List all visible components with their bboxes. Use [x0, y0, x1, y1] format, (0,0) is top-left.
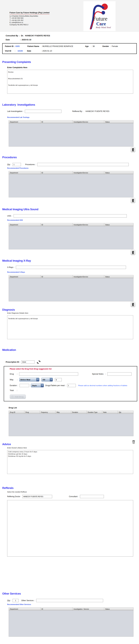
date-label: Date — [6, 39, 20, 42]
lab-investigation-input[interactable] — [25, 110, 62, 113]
delete-uss-button[interactable] — [131, 250, 135, 255]
refresh-icon — [36, 360, 41, 364]
frequency-select[interactable]: OD ▼ — [42, 378, 53, 382]
way-select[interactable]: Before Meal ▼ — [19, 378, 39, 382]
uss-trash-row — [0, 250, 135, 255]
diagnosis-textarea[interactable]: Tendinitis del supraespinoso y del bicep… — [7, 315, 133, 339]
column-header-status: Status — [104, 120, 133, 123]
other-services-label: Other Services : — [21, 600, 35, 602]
duration-row: Duration : Day/s ▼ Drugs/Tablets per mea… — [10, 384, 137, 387]
recommended-other-services-link[interactable]: Recommended Other Services — [7, 604, 31, 606]
trash-outline-icon — [132, 440, 135, 444]
xray-input[interactable] — [16, 266, 126, 269]
company-phone-1: T: +24 82 593 593 — [10, 17, 50, 19]
procedures-qty-input[interactable] — [12, 163, 21, 166]
other-qty-input[interactable] — [12, 599, 18, 602]
gender-value: : Female — [110, 45, 118, 47]
add-drug-label: Add Drug — [15, 396, 24, 398]
section-title-procedures: Procedures — [2, 156, 139, 159]
recommended-uss-link[interactable]: Recommended USS — [7, 219, 23, 221]
way-select-value: Before Meal — [20, 379, 36, 380]
trash-icon — [132, 251, 134, 254]
patient-row-2: Visit ID : 18108 Date : 2025-01-10 — [5, 50, 136, 52]
decimal-helper-text: Please add as decimal numbers when addin… — [78, 384, 128, 386]
section-title-xray: Medical Imaging X-Ray — [2, 259, 139, 262]
age-value: : 38 — [91, 45, 102, 47]
company-phone-2: T: +24 84 225 252 — [10, 19, 50, 22]
refresh-prescription-button[interactable] — [36, 360, 41, 364]
other-qty-label: Qty : — [7, 600, 11, 602]
age-label: Age — [85, 45, 91, 47]
column-header-id: ID — [40, 608, 73, 610]
drug-list-header: Drug ID Drug Fequency Way Duration Durat… — [9, 410, 134, 414]
referral-list[interactable] — [7, 500, 133, 556]
delete-lab-button[interactable] — [131, 147, 135, 152]
duration-input[interactable] — [20, 384, 29, 387]
column-header-drug: Drug — [24, 411, 40, 414]
per-meal-input[interactable] — [67, 384, 76, 387]
column-header-id: ID — [40, 171, 73, 174]
delete-procedures-button[interactable] — [131, 198, 135, 203]
section-title-presenting-complaints: Presenting Complaints — [2, 60, 139, 64]
visit-date-value: : 2025-01-10 — [42, 50, 52, 52]
drug-input[interactable] — [19, 372, 78, 376]
complaints-textarea[interactable]: Review Musculeskeletal US- Tendinitis de… — [7, 70, 133, 94]
consulted-by-row: Consulted By : Dr. HANECKY FUENTE REYES — [6, 34, 139, 37]
delete-advice-button[interactable] — [132, 440, 135, 444]
lab-table: Department ID Investigation/Service Stat… — [9, 120, 134, 146]
advice-textarea[interactable]: Cold compress every 2 hours for 5 days D… — [7, 450, 133, 474]
consult-date-row: Date : 2025-01-10 — [6, 39, 139, 42]
referrals-field-row: Reffering Doctor Consultant — [7, 495, 139, 498]
other-services-input[interactable] — [36, 599, 103, 602]
trash-icon — [132, 199, 134, 202]
recommended-xray-link[interactable]: Recommended X-Rays — [7, 271, 25, 273]
lab-field-row: Lab Investingation : Reffered By : HANEC… — [7, 110, 139, 113]
column-header-status: Status — [104, 275, 133, 278]
xray-table-header: Department ID Investigation/Service Stat… — [9, 275, 134, 278]
complaints-label: Enter Complaints Here — [7, 66, 139, 69]
delete-xray-button[interactable] — [131, 302, 135, 307]
duration-unit-select[interactable]: Day/s ▼ — [31, 384, 44, 387]
patient-name-value: : MURIELLE FRANCOISE BONIFACE — [42, 45, 85, 47]
recommended-procedures-link[interactable]: Recommended Procedures — [7, 167, 28, 169]
consultant-input[interactable] — [80, 495, 104, 498]
consultation-page: Future Care by Future Holdings (Pty) Lim… — [0, 0, 139, 644]
column-header-duration-type: Duration Type — [87, 411, 102, 414]
special-notes-input[interactable] — [107, 372, 132, 376]
other-services-table-body — [9, 610, 134, 637]
column-header-duration: Duration — [71, 411, 87, 414]
xray-trash-row — [0, 302, 135, 307]
lab-trash-row — [0, 147, 135, 152]
chevron-down-icon: ▼ — [36, 378, 39, 381]
uss-input[interactable] — [14, 214, 127, 218]
logo-word-future: Future — [93, 16, 108, 22]
way-label: Way : — [10, 379, 18, 381]
lab-table-body — [9, 124, 134, 146]
prescription-id-input[interactable] — [21, 360, 34, 364]
drug-warning-text: Please select the Drug from Drug suggess… — [10, 368, 137, 370]
way-qty-input[interactable] — [55, 378, 62, 381]
section-title-ultrasound: Medical Imaging Ultra Sound — [2, 208, 139, 211]
patient-row-1: Patient ID : 8305 Patient Name : MURIELL… — [5, 45, 136, 48]
duration-label: Duration : — [10, 384, 18, 386]
date-value: : 2025-01-10 — [20, 39, 31, 42]
logo-heart-icon: ♥ — [100, 22, 101, 25]
logo-tagline: Body Mind Soul — [96, 26, 111, 28]
column-header-id: ID — [40, 120, 73, 123]
add-drug-button[interactable]: + Add Drug — [10, 394, 26, 399]
uss-field-row: USS : — [7, 214, 139, 218]
referring-doctor-input[interactable] — [22, 495, 52, 498]
drug-list-table: Drug ID Drug Fequency Way Duration Durat… — [9, 410, 134, 436]
recommended-lab-testings-link[interactable]: Recommended Lab Testings — [7, 116, 30, 118]
drug-label: Drug : — [10, 373, 17, 375]
trash-icon — [132, 148, 134, 152]
section-title-diagnosis: Diagnosis — [2, 308, 139, 312]
chevron-down-icon: ▼ — [50, 378, 52, 381]
advice-label: Enter Doctor's Advice Here — [7, 447, 139, 449]
column-header-status: Status — [104, 608, 133, 610]
patient-id-value: 8305 — [16, 45, 20, 47]
column-header-id: ID — [40, 275, 73, 278]
procedures-input[interactable] — [37, 163, 129, 166]
section-title-medication: Medication — [2, 348, 139, 352]
gender-label: Gender — [102, 45, 110, 47]
